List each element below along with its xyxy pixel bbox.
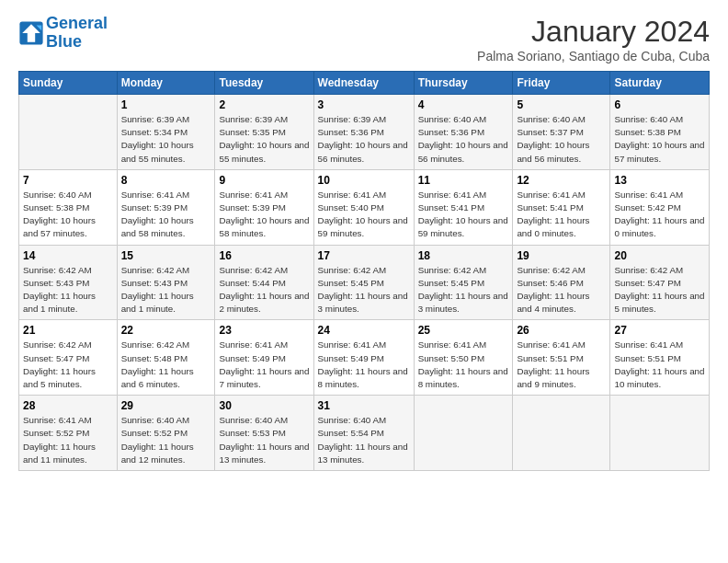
- day-number: 19: [517, 249, 606, 262]
- day-cell: 6Sunrise: 6:40 AM Sunset: 5:38 PM Daylig…: [610, 95, 710, 170]
- day-number: 10: [318, 174, 410, 187]
- day-info: Sunrise: 6:40 AM Sunset: 5:37 PM Dayligh…: [517, 113, 606, 166]
- day-number: 8: [121, 174, 211, 187]
- day-cell: 9Sunrise: 6:41 AM Sunset: 5:39 PM Daylig…: [215, 169, 313, 245]
- header-cell: Wednesday: [313, 72, 414, 95]
- day-number: 25: [418, 324, 509, 337]
- day-number: 31: [318, 399, 410, 412]
- day-number: 7: [23, 174, 113, 187]
- day-info: Sunrise: 6:42 AM Sunset: 5:46 PM Dayligh…: [517, 264, 606, 316]
- day-cell: 15Sunrise: 6:42 AM Sunset: 5:43 PM Dayli…: [117, 245, 215, 320]
- day-number: 11: [418, 174, 509, 187]
- day-number: 30: [219, 399, 309, 412]
- day-info: Sunrise: 6:39 AM Sunset: 5:34 PM Dayligh…: [121, 113, 211, 166]
- day-cell: 14Sunrise: 6:42 AM Sunset: 5:43 PM Dayli…: [19, 245, 118, 320]
- day-number: 15: [121, 249, 211, 262]
- week-row: 7Sunrise: 6:40 AM Sunset: 5:38 PM Daylig…: [19, 169, 710, 245]
- day-info: Sunrise: 6:41 AM Sunset: 5:49 PM Dayligh…: [318, 339, 410, 391]
- day-info: Sunrise: 6:40 AM Sunset: 5:52 PM Dayligh…: [121, 414, 211, 466]
- day-cell: [610, 396, 710, 471]
- day-number: 17: [318, 249, 410, 262]
- logo: General Blue: [18, 15, 108, 52]
- day-number: 16: [219, 249, 309, 262]
- day-info: Sunrise: 6:39 AM Sunset: 5:36 PM Dayligh…: [318, 113, 410, 166]
- day-cell: [414, 396, 513, 471]
- day-info: Sunrise: 6:41 AM Sunset: 5:50 PM Dayligh…: [418, 339, 509, 391]
- day-cell: 8Sunrise: 6:41 AM Sunset: 5:39 PM Daylig…: [117, 169, 215, 245]
- day-info: Sunrise: 6:40 AM Sunset: 5:53 PM Dayligh…: [219, 414, 309, 466]
- day-cell: 24Sunrise: 6:41 AM Sunset: 5:49 PM Dayli…: [313, 320, 414, 396]
- day-cell: 31Sunrise: 6:40 AM Sunset: 5:54 PM Dayli…: [313, 396, 414, 471]
- day-cell: 28Sunrise: 6:41 AM Sunset: 5:52 PM Dayli…: [19, 396, 118, 471]
- day-info: Sunrise: 6:41 AM Sunset: 5:41 PM Dayligh…: [517, 189, 606, 241]
- day-number: 29: [121, 399, 211, 412]
- day-cell: 1Sunrise: 6:39 AM Sunset: 5:34 PM Daylig…: [117, 95, 215, 170]
- day-cell: 25Sunrise: 6:41 AM Sunset: 5:50 PM Dayli…: [414, 320, 513, 396]
- logo-icon: [18, 20, 44, 46]
- day-cell: 29Sunrise: 6:40 AM Sunset: 5:52 PM Dayli…: [117, 396, 215, 471]
- day-cell: 2Sunrise: 6:39 AM Sunset: 5:35 PM Daylig…: [215, 95, 313, 170]
- day-cell: 16Sunrise: 6:42 AM Sunset: 5:44 PM Dayli…: [215, 245, 313, 320]
- day-number: 23: [219, 324, 309, 337]
- day-number: 22: [121, 324, 211, 337]
- week-row: 21Sunrise: 6:42 AM Sunset: 5:47 PM Dayli…: [19, 320, 710, 396]
- day-info: Sunrise: 6:42 AM Sunset: 5:43 PM Dayligh…: [121, 264, 211, 316]
- day-info: Sunrise: 6:41 AM Sunset: 5:42 PM Dayligh…: [614, 189, 705, 241]
- day-cell: 23Sunrise: 6:41 AM Sunset: 5:49 PM Dayli…: [215, 320, 313, 396]
- day-info: Sunrise: 6:42 AM Sunset: 5:48 PM Dayligh…: [121, 339, 211, 391]
- day-number: 1: [121, 98, 211, 111]
- week-row: 1Sunrise: 6:39 AM Sunset: 5:34 PM Daylig…: [19, 95, 710, 170]
- day-number: 4: [418, 98, 509, 111]
- day-number: 9: [219, 174, 309, 187]
- header-row: SundayMondayTuesdayWednesdayThursdayFrid…: [19, 72, 710, 95]
- day-cell: 4Sunrise: 6:40 AM Sunset: 5:36 PM Daylig…: [414, 95, 513, 170]
- day-info: Sunrise: 6:41 AM Sunset: 5:49 PM Dayligh…: [219, 339, 309, 391]
- day-info: Sunrise: 6:40 AM Sunset: 5:36 PM Dayligh…: [418, 113, 509, 166]
- cal-title: January 2024: [477, 15, 710, 49]
- day-number: 21: [23, 324, 113, 337]
- day-info: Sunrise: 6:41 AM Sunset: 5:40 PM Dayligh…: [318, 189, 410, 241]
- week-row: 14Sunrise: 6:42 AM Sunset: 5:43 PM Dayli…: [19, 245, 710, 320]
- day-number: 28: [23, 399, 113, 412]
- day-cell: 30Sunrise: 6:40 AM Sunset: 5:53 PM Dayli…: [215, 396, 313, 471]
- day-number: 24: [318, 324, 410, 337]
- header-cell: Sunday: [19, 72, 118, 95]
- day-cell: 27Sunrise: 6:41 AM Sunset: 5:51 PM Dayli…: [610, 320, 710, 396]
- day-info: Sunrise: 6:40 AM Sunset: 5:54 PM Dayligh…: [318, 414, 410, 466]
- day-number: 27: [614, 324, 705, 337]
- day-info: Sunrise: 6:41 AM Sunset: 5:39 PM Dayligh…: [219, 189, 309, 241]
- header: General Blue January 2024 Palma Soriano,…: [18, 15, 710, 63]
- day-cell: [513, 396, 610, 471]
- page: General Blue January 2024 Palma Soriano,…: [0, 0, 728, 480]
- day-cell: 3Sunrise: 6:39 AM Sunset: 5:36 PM Daylig…: [313, 95, 414, 170]
- day-number: 13: [614, 174, 705, 187]
- day-info: Sunrise: 6:41 AM Sunset: 5:39 PM Dayligh…: [121, 189, 211, 241]
- day-cell: 26Sunrise: 6:41 AM Sunset: 5:51 PM Dayli…: [513, 320, 610, 396]
- logo-line2: Blue: [46, 32, 82, 51]
- day-cell: 10Sunrise: 6:41 AM Sunset: 5:40 PM Dayli…: [313, 169, 414, 245]
- week-row: 28Sunrise: 6:41 AM Sunset: 5:52 PM Dayli…: [19, 396, 710, 471]
- day-cell: 20Sunrise: 6:42 AM Sunset: 5:47 PM Dayli…: [610, 245, 710, 320]
- day-number: 20: [614, 249, 705, 262]
- day-cell: 22Sunrise: 6:42 AM Sunset: 5:48 PM Dayli…: [117, 320, 215, 396]
- day-cell: 13Sunrise: 6:41 AM Sunset: 5:42 PM Dayli…: [610, 169, 710, 245]
- day-number: 2: [219, 98, 309, 111]
- day-cell: 5Sunrise: 6:40 AM Sunset: 5:37 PM Daylig…: [513, 95, 610, 170]
- header-cell: Monday: [117, 72, 215, 95]
- header-cell: Saturday: [610, 72, 710, 95]
- day-info: Sunrise: 6:41 AM Sunset: 5:51 PM Dayligh…: [517, 339, 606, 391]
- day-info: Sunrise: 6:42 AM Sunset: 5:44 PM Dayligh…: [219, 264, 309, 316]
- day-info: Sunrise: 6:42 AM Sunset: 5:47 PM Dayligh…: [23, 339, 113, 391]
- logo-text: General Blue: [46, 15, 108, 52]
- day-number: 6: [614, 98, 705, 111]
- day-cell: [19, 95, 118, 170]
- day-number: 5: [517, 98, 606, 111]
- header-cell: Tuesday: [215, 72, 313, 95]
- day-cell: 19Sunrise: 6:42 AM Sunset: 5:46 PM Dayli…: [513, 245, 610, 320]
- day-info: Sunrise: 6:40 AM Sunset: 5:38 PM Dayligh…: [23, 189, 113, 241]
- title-block: January 2024 Palma Soriano, Santiago de …: [477, 15, 710, 63]
- day-info: Sunrise: 6:41 AM Sunset: 5:52 PM Dayligh…: [23, 414, 113, 466]
- day-info: Sunrise: 6:41 AM Sunset: 5:51 PM Dayligh…: [614, 339, 705, 391]
- cal-subtitle: Palma Soriano, Santiago de Cuba, Cuba: [477, 49, 710, 63]
- day-cell: 12Sunrise: 6:41 AM Sunset: 5:41 PM Dayli…: [513, 169, 610, 245]
